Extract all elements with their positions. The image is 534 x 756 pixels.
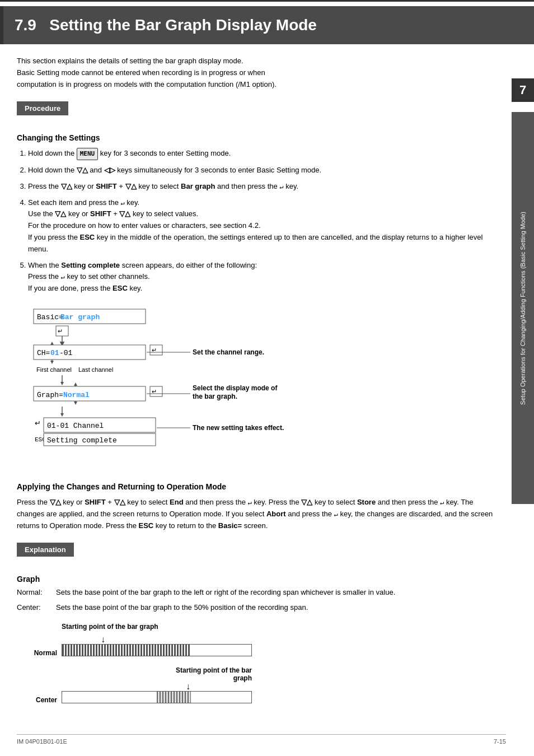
intro-text: This section explains the details of set… bbox=[17, 55, 495, 90]
step-3: Press the ▽△ key or SHIFT + ▽△ key to se… bbox=[28, 181, 495, 193]
bar-illustration: Starting point of the bar graph ↓ Normal… bbox=[28, 623, 495, 709]
sidebar-text: Setup Operations for Changing/Adding Fun… bbox=[519, 212, 527, 405]
normal-arrow: ↓ bbox=[101, 635, 495, 644]
svg-marker-11 bbox=[50, 342, 54, 345]
svg-text:↵: ↵ bbox=[35, 419, 41, 428]
applying-text: Press the ▽△ key or SHIFT + ▽△ key to se… bbox=[17, 497, 495, 531]
changing-settings-title: Changing the Settings bbox=[17, 133, 495, 142]
right-sidebar: Setup Operations for Changing/Adding Fun… bbox=[512, 112, 534, 504]
center-arrow: ↓ bbox=[186, 682, 495, 691]
svg-marker-13 bbox=[50, 361, 54, 364]
explanation-section: Explanation Graph Normal: Sets the base … bbox=[17, 543, 495, 709]
svg-text:Last channel: Last channel bbox=[78, 366, 113, 373]
page-number: 7-15 bbox=[494, 738, 506, 745]
svg-text:Normal: Normal bbox=[63, 391, 90, 399]
document-id: IM 04P01B01-01E bbox=[17, 738, 67, 745]
svg-text:Setting complete: Setting complete bbox=[47, 436, 117, 445]
normal-bar bbox=[62, 644, 252, 656]
normal-label: Normal: bbox=[17, 587, 56, 599]
procedure-section: Procedure Changing the Settings Hold dow… bbox=[17, 101, 495, 531]
step-4: Set each item and press the ↵ key. Use t… bbox=[28, 197, 495, 255]
normal-fill bbox=[62, 645, 191, 656]
procedure-label: Procedure bbox=[17, 101, 68, 115]
diagram-area: Basic= Bar graph ↵ CH= 01 -01 bbox=[28, 304, 495, 473]
normal-bar-row: Normal bbox=[28, 644, 495, 662]
menu-key: MENU bbox=[77, 148, 99, 160]
svg-text:Select the display mode of: Select the display mode of bbox=[193, 384, 278, 392]
svg-marker-26 bbox=[74, 402, 77, 405]
chapter-box: 7 bbox=[512, 78, 534, 102]
procedure-list: Hold down the MENU key for 3 seconds to … bbox=[28, 148, 495, 295]
page-footer: IM 04P01B01-01E 7-15 bbox=[17, 734, 506, 745]
svg-marker-30 bbox=[60, 413, 64, 417]
step-5: When the Setting complete screen appears… bbox=[28, 260, 495, 295]
svg-marker-24 bbox=[74, 382, 77, 386]
procedure-diagram: Basic= Bar graph ↵ CH= 01 -01 bbox=[28, 304, 341, 472]
center-row: Center: Sets the base point of the bar g… bbox=[17, 602, 495, 614]
center-bar bbox=[62, 691, 252, 703]
top-border bbox=[0, 0, 534, 2]
svg-marker-19 bbox=[60, 382, 64, 385]
graph-table: Normal: Sets the base point of the bar g… bbox=[17, 587, 495, 614]
starting-point-title: Starting point of the bar graph bbox=[62, 623, 495, 631]
graph-title: Graph bbox=[17, 575, 495, 584]
svg-text:01: 01 bbox=[50, 349, 59, 357]
svg-text:Basic=: Basic= bbox=[37, 313, 63, 321]
normal-bar-label: Normal bbox=[28, 649, 62, 657]
center-starting-label: Starting point of the bar graph bbox=[28, 666, 252, 682]
page-container: 7.9 Setting the Bar Graph Display Mode 7… bbox=[0, 0, 534, 756]
step-2: Hold down the ▽△ and ◁▷ keys simultaneou… bbox=[28, 165, 495, 176]
explanation-label: Explanation bbox=[17, 543, 74, 557]
normal-text: Sets the base point of the bar graph to … bbox=[56, 587, 495, 599]
main-content: This section explains the details of set… bbox=[0, 55, 512, 731]
center-bar-label: Center bbox=[28, 696, 62, 704]
normal-row: Normal: Sets the base point of the bar g… bbox=[17, 587, 495, 599]
svg-text:the bar graph.: the bar graph. bbox=[193, 393, 237, 400]
svg-text:The new setting takes effect.: The new setting takes effect. bbox=[193, 424, 284, 432]
page-title: 7.9 Setting the Bar Graph Display Mode bbox=[15, 16, 317, 34]
applying-title: Applying the Changes and Returning to Op… bbox=[17, 482, 495, 491]
svg-text:↵: ↵ bbox=[58, 328, 63, 334]
svg-text:Graph=: Graph= bbox=[37, 391, 63, 399]
svg-text:First channel: First channel bbox=[36, 366, 72, 373]
applying-section: Applying the Changes and Returning to Op… bbox=[17, 482, 495, 531]
step-1: Hold down the MENU key for 3 seconds to … bbox=[28, 148, 495, 160]
center-text: Sets the base point of the bar graph to … bbox=[56, 602, 495, 614]
svg-text:Set the channel range.: Set the channel range. bbox=[193, 348, 264, 356]
center-label: Center: bbox=[17, 602, 56, 614]
svg-text:-01: -01 bbox=[59, 349, 73, 357]
svg-text:CH=: CH= bbox=[37, 349, 50, 357]
title-section: 7.9 Setting the Bar Graph Display Mode bbox=[0, 6, 534, 44]
svg-text:Bar graph: Bar graph bbox=[60, 313, 100, 321]
svg-text:01-01 Channel: 01-01 Channel bbox=[47, 422, 104, 430]
center-bar-row: Center bbox=[28, 691, 495, 709]
